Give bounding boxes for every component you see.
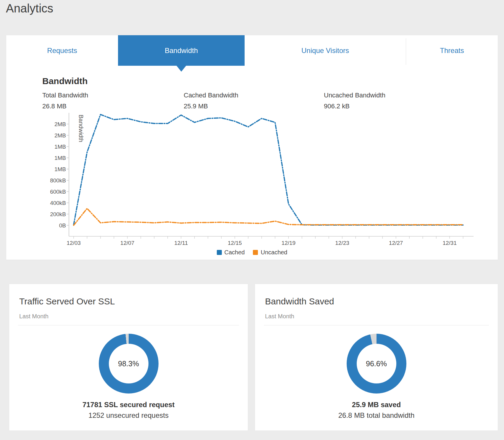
card-subtitle: Last Month — [265, 313, 488, 320]
svg-text:1MB: 1MB — [54, 166, 66, 172]
legend-item-cached: Cached — [217, 249, 245, 256]
page-title: Analytics — [6, 2, 53, 15]
card-title: Bandwidth Saved — [265, 296, 488, 306]
svg-text:12/07: 12/07 — [120, 240, 135, 246]
donut-percent: 98.3% — [109, 344, 148, 383]
svg-text:200kB: 200kB — [50, 211, 66, 217]
svg-text:12/03: 12/03 — [67, 240, 81, 246]
ssl-traffic-card: Traffic Served Over SSL Last Month 98.3%… — [9, 284, 248, 431]
svg-text:Bandwidth: Bandwidth — [78, 115, 84, 142]
svg-text:600kB: 600kB — [50, 189, 66, 195]
uncached-swatch-icon — [253, 250, 258, 255]
svg-text:1MB: 1MB — [54, 155, 66, 161]
chart-legend: Cached Uncached — [6, 249, 498, 256]
bandwidth-saved-donut-chart: 96.6% — [347, 334, 406, 394]
card-secondary-caption: 26.8 MB total bandwidth — [255, 411, 498, 420]
svg-text:2MB: 2MB — [54, 132, 66, 139]
svg-text:400kB: 400kB — [50, 200, 66, 206]
svg-text:12/19: 12/19 — [282, 240, 296, 246]
card-secondary-caption: 1252 unsecured requests — [9, 411, 248, 420]
bandwidth-saved-card: Bandwidth Saved Last Month 96.6% 25.9 MB… — [255, 284, 498, 431]
svg-text:12/31: 12/31 — [442, 240, 457, 246]
card-primary-caption: 71781 SSL secured request — [9, 401, 248, 409]
svg-text:800kB: 800kB — [50, 177, 66, 184]
donut-percent: 96.6% — [357, 344, 396, 383]
ssl-donut-chart: 98.3% — [99, 334, 159, 394]
bandwidth-panel: Requests Bandwidth Unique Visitors Threa… — [6, 35, 498, 260]
legend-item-uncached: Uncached — [253, 249, 287, 256]
svg-text:12/11: 12/11 — [174, 240, 188, 246]
legend-label: Cached — [224, 249, 245, 256]
svg-text:12/15: 12/15 — [228, 240, 242, 246]
svg-text:0B: 0B — [59, 222, 66, 229]
cached-swatch-icon — [217, 250, 222, 255]
card-primary-caption: 25.9 MB saved — [255, 401, 498, 409]
svg-text:1MB: 1MB — [54, 144, 66, 150]
svg-text:2MB: 2MB — [54, 121, 66, 127]
svg-text:12/27: 12/27 — [389, 240, 403, 246]
card-subtitle: Last Month — [19, 313, 238, 320]
svg-text:12/23: 12/23 — [335, 240, 349, 246]
card-divider — [264, 325, 489, 325]
card-title: Traffic Served Over SSL — [19, 296, 238, 306]
legend-label: Uncached — [261, 249, 287, 256]
card-divider — [18, 325, 239, 325]
bandwidth-line-chart: 0B200kB400kB600kB800kB1MB1MB1MB2MB2MB12/… — [6, 35, 498, 260]
analytics-page: Analytics Requests Bandwidth Unique Visi… — [0, 0, 504, 440]
